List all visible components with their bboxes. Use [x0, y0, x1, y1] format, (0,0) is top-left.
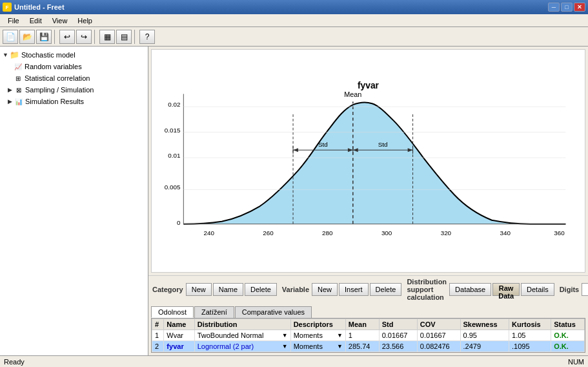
tab-comparative[interactable]: Comparative values — [235, 306, 312, 318]
svg-text:Std: Std — [378, 141, 388, 148]
variable-insert-button[interactable]: Insert — [339, 283, 369, 296]
desc-dropdown-arrow-1[interactable]: ▼ — [337, 332, 343, 339]
cell-mean-1: 1 — [345, 330, 379, 341]
cell-std-1: 0.01667 — [379, 330, 417, 341]
raw-data-button[interactable]: Raw Data — [492, 283, 520, 296]
col-num: # — [152, 319, 164, 330]
svg-text:340: 340 — [500, 229, 511, 236]
controls-area: Category New Name Delete Variable New In… — [148, 275, 588, 305]
svg-text:0.02: 0.02 — [168, 101, 180, 108]
distribution-chart: fyvar 0 0.005 0.01 0.015 0.02 240 260 28… — [152, 50, 585, 272]
variable-label: Variable — [282, 286, 309, 293]
cell-dist-2[interactable]: Lognormal (2 par) ▼ — [194, 341, 290, 352]
cell-status-1: O.K. — [551, 330, 585, 341]
cell-dist-1[interactable]: TwoBounded Normal ▼ — [194, 330, 290, 341]
col-kurtosis: Kurtosis — [509, 319, 551, 330]
stochastic-model-label: Stochastic model — [21, 51, 76, 59]
tabs-row: Odolnost Zatížení Comparative values — [148, 305, 588, 318]
minimize-button[interactable]: ─ — [548, 3, 560, 12]
simulation-results-label: Simulation Results — [25, 98, 84, 105]
right-panel: fyvar 0 0.005 0.01 0.015 0.02 240 260 28… — [148, 47, 588, 355]
col-std: Std — [379, 319, 417, 330]
folder-icon: 📁 — [10, 50, 20, 60]
menu-help[interactable]: Help — [72, 16, 97, 26]
maximize-button[interactable]: □ — [561, 3, 573, 12]
menu-edit[interactable]: Edit — [25, 16, 47, 26]
menu-bar: File Edit View Help — [0, 14, 588, 27]
svg-text:0.005: 0.005 — [165, 184, 181, 191]
variable-delete-button[interactable]: Delete — [370, 283, 402, 296]
dist-dropdown-arrow-2[interactable]: ▼ — [282, 343, 288, 350]
table-row: 2 fyvar Lognormal (2 par) ▼ Moments ▼ — [152, 341, 585, 352]
save-button[interactable]: 💾 — [36, 30, 52, 44]
variables-table: # Name Distribution Descriptors Mean Std… — [152, 319, 585, 352]
cell-status-2: O.K. — [551, 341, 585, 352]
cell-name-1: Wvar — [164, 330, 194, 341]
sampling-label: Sampling / Simulation — [25, 86, 94, 94]
sidebar: ▼ 📁 Stochastic model 📈 Random variables … — [0, 47, 148, 355]
help-button[interactable]: ? — [139, 30, 155, 44]
toolbar-separator-2 — [94, 30, 97, 44]
cell-desc-2[interactable]: Moments ▼ — [290, 341, 345, 352]
cell-desc-1[interactable]: Moments ▼ — [290, 330, 345, 341]
cell-name-2: fyvar — [164, 341, 194, 352]
tree-statistical-correlation[interactable]: ⊞ Statistical correlation — [3, 72, 145, 84]
table-container: # Name Distribution Descriptors Mean Std… — [151, 318, 585, 353]
list-button[interactable]: ▤ — [116, 30, 132, 44]
menu-file[interactable]: File — [3, 16, 25, 26]
random-variables-label: Random variables — [25, 63, 82, 70]
toolbar: 📄 📂 💾 ↩ ↪ ▦ ▤ ? — [0, 27, 588, 47]
cell-kurt-2: .1095 — [509, 341, 551, 352]
details-button[interactable]: Details — [521, 283, 554, 296]
variable-new-button[interactable]: New — [312, 283, 338, 296]
expand-icon: ▼ — [3, 52, 8, 58]
svg-text:Mean: Mean — [344, 90, 361, 98]
grid-button[interactable]: ▦ — [99, 30, 115, 44]
svg-text:0.015: 0.015 — [165, 127, 181, 134]
cell-num-1: 1 — [152, 330, 164, 341]
tab-zatizeni[interactable]: Zatížení — [194, 306, 234, 318]
undo-button[interactable]: ↩ — [59, 30, 75, 44]
desc-dropdown-arrow-2[interactable]: ▼ — [337, 343, 343, 350]
category-new-button[interactable]: New — [186, 283, 212, 296]
table-row: 1 Wvar TwoBounded Normal ▼ Moments ▼ — [152, 330, 585, 341]
database-button[interactable]: Database — [449, 283, 491, 296]
title-bar: F Untitled - Freet ─ □ ✕ — [0, 0, 588, 14]
svg-text:Std: Std — [318, 141, 328, 148]
redo-button[interactable]: ↪ — [76, 30, 92, 44]
close-button[interactable]: ✕ — [574, 3, 585, 12]
results-icon: 📊 — [14, 96, 24, 107]
cell-skew-2: .2479 — [460, 341, 509, 352]
open-file-button[interactable]: 📂 — [19, 30, 35, 44]
svg-text:280: 280 — [322, 229, 333, 236]
dist-support-group: Distribution support calculation Databas… — [407, 278, 554, 301]
tab-odolnost[interactable]: Odolnost — [151, 306, 194, 318]
new-file-button[interactable]: 📄 — [3, 30, 18, 44]
svg-text:0: 0 — [177, 219, 181, 226]
digits-group: Digits 5 ▲ ▼ — [560, 283, 588, 296]
digits-label: Digits — [560, 286, 580, 293]
svg-text:240: 240 — [204, 229, 215, 236]
cell-skew-1: 0.95 — [460, 330, 509, 341]
expand-icon-3: ▶ — [8, 98, 12, 105]
menu-view[interactable]: View — [47, 16, 73, 26]
svg-text:300: 300 — [381, 229, 392, 236]
tree-stochastic-model[interactable]: ▼ 📁 Stochastic model — [3, 49, 145, 61]
col-skewness: Skewness — [460, 319, 509, 330]
cell-num-2: 2 — [152, 341, 164, 352]
toolbar-separator — [54, 30, 57, 44]
category-delete-button[interactable]: Delete — [245, 283, 277, 296]
dist-dropdown-arrow-1[interactable]: ▼ — [282, 332, 288, 339]
svg-text:fyvar: fyvar — [358, 80, 380, 90]
cell-cov-2: 0.082476 — [417, 341, 460, 352]
cell-cov-1: 0.01667 — [417, 330, 460, 341]
cell-mean-2: 285.74 — [345, 341, 379, 352]
variable-group: Variable New Insert Delete — [282, 283, 402, 296]
tree-sampling-simulation[interactable]: ▶ ⊠ Sampling / Simulation — [3, 84, 145, 96]
category-name-button[interactable]: Name — [213, 283, 243, 296]
tree-random-variables[interactable]: 📈 Random variables — [3, 61, 145, 72]
main-content: ▼ 📁 Stochastic model 📈 Random variables … — [0, 47, 588, 355]
tree-simulation-results[interactable]: ▶ 📊 Simulation Results — [3, 96, 145, 107]
digits-spinbox[interactable]: 5 — [582, 283, 588, 296]
col-status: Status — [551, 319, 585, 330]
